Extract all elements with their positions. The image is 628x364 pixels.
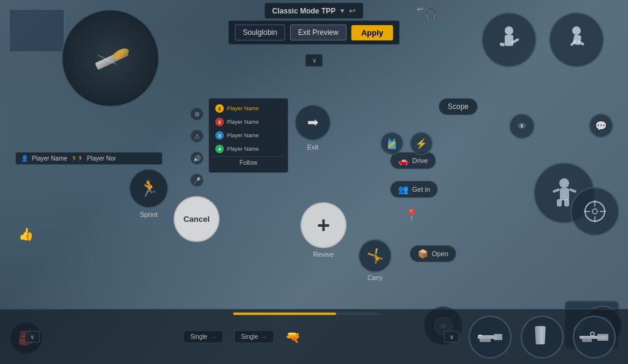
bottom-bar: ∨ Single → Single → 🔫 ∨ — [0, 309, 628, 364]
item-circle-2[interactable]: ⚡ — [410, 132, 433, 155]
sprint-button[interactable]: 🏃 — [129, 169, 169, 208]
player-icon: 👤 — [21, 155, 28, 162]
revive-label: Revive — [313, 251, 334, 258]
carry-button[interactable]: 🤸 — [358, 239, 392, 273]
squad-item-2[interactable]: 2 Player Name — [213, 116, 284, 128]
open-button[interactable]: 📦 Open — [410, 245, 456, 262]
pistol-icon: 🔫 — [285, 330, 301, 344]
mode-label: Classic Mode TPP — [272, 7, 335, 15]
follow-button[interactable]: Follow — [213, 156, 284, 169]
get-in-icon: 👥 — [398, 184, 408, 194]
open-icon: 📦 — [418, 249, 428, 259]
preview-bar: Soulglobin Exit Preview Apply — [228, 20, 400, 45]
weapon-circle-ammo[interactable] — [521, 316, 564, 358]
svg-rect-4 — [505, 35, 513, 46]
top-bar: Classic Mode TPP ▼ ↩ Soulglobin Exit Pre… — [228, 0, 400, 45]
squad-item-1[interactable]: 1 Player Name — [213, 102, 284, 115]
warning-icon-btn[interactable]: ⚠ — [190, 129, 204, 143]
mic-icon-btn[interactable]: 🎤 — [190, 173, 204, 187]
fire-mode-panel: Single → Single → 🔫 — [49, 330, 435, 344]
svg-point-18 — [592, 209, 597, 214]
exit-area: ➡ Exit — [294, 104, 331, 151]
char-circle-kneeling[interactable] — [481, 12, 537, 67]
logout-icon[interactable]: ↩ — [417, 5, 423, 13]
weapon-display — [61, 9, 159, 107]
cancel-label: Cancel — [183, 214, 210, 224]
headset-icon: 🎧 — [423, 6, 438, 21]
weapon-circle-sniper[interactable] — [573, 316, 616, 358]
fire-mode-group-2[interactable]: Single → — [234, 330, 274, 343]
squad-item-3[interactable]: 3 Player Name — [213, 129, 284, 142]
svg-rect-5 — [499, 42, 505, 47]
exit-label: Exit — [307, 143, 318, 151]
exit-button[interactable]: ➡ — [294, 104, 331, 141]
squad-num-2: 2 — [215, 118, 224, 126]
carry-area: 🤸 Carry — [358, 239, 392, 281]
fire-mode-group-1[interactable]: Single → — [183, 330, 223, 343]
get-in-button[interactable]: 👥 Get in — [390, 181, 438, 198]
squad-name-3: Player Name — [227, 132, 259, 138]
fire-arrow-2: → — [262, 334, 267, 340]
crosshair-button[interactable] — [570, 187, 619, 236]
observe-button[interactable]: 👁 — [509, 113, 535, 139]
exit-preview-button[interactable]: Exit Preview — [290, 25, 347, 40]
sprint-area: 🏃 Sprint — [129, 169, 169, 218]
settings-icon-btn[interactable]: ⚙ — [190, 107, 204, 121]
svg-rect-29 — [480, 337, 491, 342]
fire-mode-label-2: Single — [241, 333, 258, 340]
svg-rect-28 — [494, 334, 502, 340]
squad-item-4[interactable]: 4 Player Name — [213, 143, 284, 155]
svg-rect-33 — [535, 326, 541, 344]
svg-rect-30 — [478, 335, 482, 336]
scope-button[interactable]: Scope — [438, 98, 478, 115]
mode-dropdown-icon: ▼ — [339, 7, 345, 14]
scope-label: Scope — [448, 102, 469, 111]
mode-selector[interactable]: Classic Mode TPP ▼ ↩ — [264, 2, 364, 19]
svg-rect-12 — [560, 188, 569, 200]
mode-exit-icon: ↩ — [349, 6, 356, 15]
player-teammate: Player Nor — [87, 155, 116, 162]
chevron-down-button[interactable]: ∨ — [305, 54, 323, 67]
svg-rect-13 — [557, 199, 562, 207]
soulglobin-button[interactable]: Soulglobin — [235, 25, 285, 40]
squad-name-1: Player Name — [227, 105, 259, 112]
location-pin-icon: 📍 — [405, 208, 418, 222]
svg-point-3 — [505, 26, 513, 35]
svg-point-37 — [591, 332, 594, 336]
player-bar: 👤 Player Name 🏃🏃 Player Nor — [15, 152, 163, 165]
thumbsup-icon: 👍 — [18, 227, 34, 241]
fire-mode-label-1: Single — [190, 333, 207, 340]
drive-label: Drive — [412, 157, 428, 164]
player-name: Player Name — [32, 155, 67, 162]
squad-num-4: 4 — [215, 145, 224, 153]
inventory-icon: 🎽 — [386, 138, 398, 150]
drive-button[interactable]: 🚗 Drive — [390, 152, 436, 169]
ammo-bar-fill — [233, 313, 336, 315]
sprint-label: Sprint — [140, 211, 158, 218]
squad-num-1: 1 — [215, 104, 224, 113]
svg-point-7 — [572, 26, 581, 35]
revive-button[interactable]: + — [301, 202, 347, 248]
drive-icon: 🚗 — [398, 156, 408, 165]
svg-rect-14 — [564, 199, 569, 207]
char-circle-running[interactable] — [549, 12, 604, 67]
mini-map — [9, 9, 64, 52]
weapon-select-right[interactable]: ∨ — [444, 331, 459, 343]
svg-rect-36 — [582, 338, 592, 342]
player-icon2: 🏃🏃 — [71, 156, 83, 161]
squad-name-4: Player Name — [227, 146, 259, 152]
svg-point-11 — [559, 178, 569, 188]
svg-rect-32 — [540, 326, 546, 344]
volume-icon-btn[interactable]: 🔊 — [190, 151, 204, 165]
chat-button[interactable]: 💬 — [589, 113, 613, 138]
item-circle-1[interactable]: 🎽 — [380, 132, 404, 155]
apply-button[interactable]: Apply — [351, 25, 393, 40]
ammo-progress-bar — [233, 313, 380, 315]
weapon-circle-rifle[interactable] — [469, 316, 511, 358]
left-arrow-icon: ∨ — [30, 333, 34, 340]
squad-panel: 1 Player Name 2 Player Name 3 Player Nam… — [209, 98, 288, 173]
cancel-button[interactable]: Cancel — [174, 196, 220, 242]
weapon-select-left[interactable]: ∨ — [25, 331, 40, 343]
svg-rect-16 — [569, 188, 576, 193]
speed-icon: ⚡ — [415, 138, 427, 150]
